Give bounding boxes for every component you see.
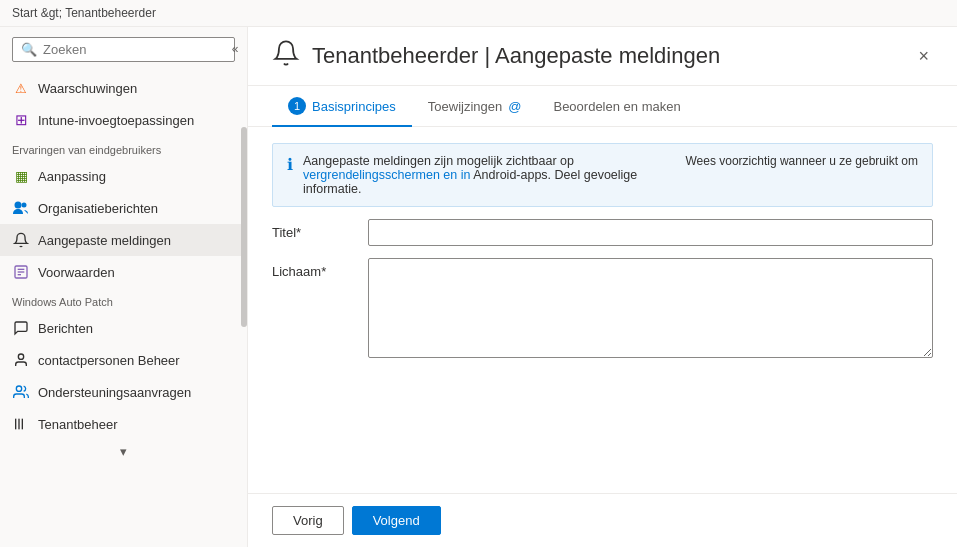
page-header: Tenantbeheerder | Aangepaste meldingen × [248, 27, 957, 86]
sidebar-item-organisatieberichten[interactable]: Organisatieberichten [0, 192, 247, 224]
aangepaste-meldingen-icon [12, 231, 30, 249]
page-title: Tenantbeheerder | Aangepaste meldingen [312, 43, 902, 69]
form-footer: Vorig Volgend [248, 493, 957, 547]
tab-number-1: 1 [288, 97, 306, 115]
body-row: Lichaam* [272, 258, 933, 358]
body-textarea[interactable] [368, 258, 933, 358]
tab-basisprincipes[interactable]: 1 Basisprincipes [272, 87, 412, 127]
svg-point-7 [16, 386, 21, 391]
organisatieberichten-icon [12, 199, 30, 217]
sidebar-item-waarschuwingen[interactable]: ⚠ Waarschuwingen [0, 72, 247, 104]
tenantbeheer-icon [12, 415, 30, 433]
title-row: Titel* [272, 219, 933, 246]
sidebar-item-contactpersonen[interactable]: contactpersonen Beheer [0, 344, 247, 376]
tab-toewijzingen[interactable]: Toewijzingen @ [412, 89, 538, 126]
next-button[interactable]: Volgend [352, 506, 441, 535]
sidebar-item-ondersteuning[interactable]: Ondersteuningsaanvragen [0, 376, 247, 408]
close-button[interactable]: × [914, 42, 933, 71]
scrollbar-indicator [241, 127, 247, 327]
contact-icon [12, 351, 30, 369]
search-input[interactable] [43, 42, 226, 57]
info-icon: ℹ [287, 155, 293, 174]
svg-point-6 [18, 354, 23, 359]
voorwaarden-icon [12, 263, 30, 281]
sidebar-item-tenantbeheer[interactable]: Tenantbeheer [0, 408, 247, 440]
info-banner-text: Aangepaste meldingen zijn mogelijk zicht… [303, 154, 675, 196]
search-icon: 🔍 [21, 42, 37, 57]
section-label-windows-auto-patch: Windows Auto Patch [0, 288, 247, 312]
svg-rect-9 [18, 419, 19, 430]
scroll-down-arrow[interactable]: ▾ [0, 440, 247, 463]
prev-button[interactable]: Vorig [272, 506, 344, 535]
berichten-icon [12, 319, 30, 337]
tab-beoordelen[interactable]: Beoordelen en maken [537, 89, 696, 126]
section-label-eindgebruikers: Ervaringen van eindgebruikers [0, 136, 247, 160]
intune-icon: ⊞ [12, 111, 30, 129]
header-bell-icon [272, 39, 300, 73]
sidebar-item-aanpassing[interactable]: ▦ Aanpassing [0, 160, 247, 192]
info-link[interactable]: vergrendelingsschermen en in [303, 168, 470, 182]
sidebar-item-voorwaarden[interactable]: Voorwaarden [0, 256, 247, 288]
title-input[interactable] [368, 219, 933, 246]
info-banner-right: Wees voorzichtig wanneer u ze gebruikt o… [685, 154, 918, 168]
svg-point-0 [15, 202, 22, 209]
info-banner: ℹ Aangepaste meldingen zijn mogelijk zic… [272, 143, 933, 207]
sidebar-item-berichten[interactable]: Berichten [0, 312, 247, 344]
form-area: ℹ Aangepaste meldingen zijn mogelijk zic… [248, 127, 957, 493]
svg-rect-10 [22, 419, 23, 430]
aanpassing-icon: ▦ [12, 167, 30, 185]
svg-rect-8 [15, 419, 16, 430]
collapse-button[interactable]: « [223, 37, 247, 61]
title-label: Titel* [272, 219, 352, 240]
tabs-row: 1 Basisprincipes Toewijzingen @ Beoordel… [248, 86, 957, 127]
breadcrumb: Start &gt; Tenantbeheerder [0, 0, 957, 27]
sidebar-item-intune[interactable]: ⊞ Intune-invoegtoepassingen [0, 104, 247, 136]
warning-icon: ⚠ [12, 79, 30, 97]
sidebar-item-aangepaste-meldingen[interactable]: Aangepaste meldingen [0, 224, 247, 256]
sidebar: 🔍 « ⚠ Waarschuwingen ⊞ Intune-invoegtoep… [0, 27, 248, 547]
content-area: Tenantbeheerder | Aangepaste meldingen ×… [248, 27, 957, 547]
search-box[interactable]: 🔍 [12, 37, 235, 62]
svg-point-1 [22, 203, 27, 208]
ondersteuning-icon [12, 383, 30, 401]
body-label: Lichaam* [272, 258, 352, 279]
